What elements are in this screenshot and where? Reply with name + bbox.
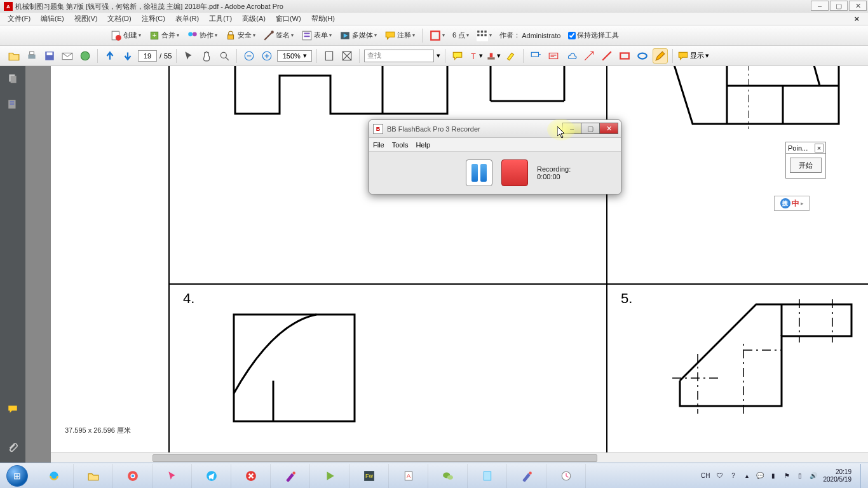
fit-page-button[interactable] — [339, 48, 355, 64]
recorder-minimize[interactable]: – — [562, 123, 581, 134]
next-page-button[interactable] — [120, 48, 135, 64]
recorder-titlebar[interactable]: B BB FlashBack Pro 3 Recorder – ▢ ✕ — [369, 120, 621, 138]
show-button[interactable]: 显示▾ — [677, 50, 709, 62]
open-button[interactable] — [6, 48, 22, 64]
zoom-in-button[interactable] — [259, 48, 275, 64]
point-panel[interactable]: Poin... × 开始 — [785, 142, 826, 179]
marquee-zoom[interactable] — [217, 48, 232, 64]
start-button[interactable]: ⊞ — [0, 463, 34, 489]
task-telegram[interactable] — [192, 464, 231, 488]
tray-network-icon[interactable]: ▯ — [796, 471, 805, 480]
attachments-panel-icon[interactable] — [6, 441, 19, 454]
task-chrome[interactable] — [113, 464, 153, 488]
menu-comments[interactable]: 注释(C) — [137, 14, 170, 24]
points-button[interactable]: 6 点▾ — [450, 30, 471, 40]
maximize-button[interactable]: ▢ — [830, 1, 848, 11]
pattern-button[interactable]: ▾ — [474, 30, 494, 41]
line-tool[interactable] — [599, 48, 614, 64]
keep-select-checkbox[interactable]: 保持选择工具 — [566, 30, 621, 40]
secure-button[interactable]: 安全▾ — [222, 30, 258, 41]
recorder-window[interactable]: B BB FlashBack Pro 3 Recorder – ▢ ✕ File… — [369, 119, 621, 194]
recorder-menu-file[interactable]: File — [373, 141, 384, 149]
minimize-button[interactable]: – — [811, 1, 829, 11]
task-ie[interactable] — [34, 464, 74, 488]
menu-help[interactable]: 帮助(H) — [306, 14, 340, 24]
text-edit-tool[interactable]: T▾ — [468, 48, 483, 64]
web-button[interactable] — [78, 48, 93, 64]
show-desktop-button[interactable] — [860, 464, 867, 488]
menu-forms[interactable]: 表单(R) — [170, 14, 204, 24]
callout-tool[interactable] — [528, 48, 543, 64]
menu-file[interactable]: 文件(F) — [3, 14, 36, 24]
comments-panel-icon[interactable] — [6, 403, 19, 416]
tray-lang[interactable]: CH — [701, 472, 710, 479]
select-tool[interactable] — [181, 48, 196, 64]
close-button[interactable]: ✕ — [849, 1, 867, 11]
collab-button[interactable]: 协作▾ — [184, 30, 220, 41]
comment-button[interactable]: 注释▾ — [382, 30, 417, 41]
multimedia-button[interactable]: 多媒体▾ — [337, 30, 379, 41]
tray-battery-icon[interactable]: ▮ — [769, 471, 778, 480]
tray-security-icon[interactable]: 🛡 — [715, 471, 725, 480]
task-app-draw2[interactable] — [507, 464, 546, 488]
menu-advanced[interactable]: 高级(A) — [237, 14, 271, 24]
tray-clock[interactable]: 20:19 2020/5/19 — [824, 468, 856, 484]
zoom-out-button[interactable] — [241, 48, 257, 64]
task-notepad[interactable] — [468, 464, 507, 488]
menu-window[interactable]: 窗口(W) — [271, 14, 306, 24]
point-panel-close[interactable]: × — [815, 144, 824, 152]
task-app-red[interactable] — [231, 464, 271, 488]
menu-document[interactable]: 文档(D) — [102, 14, 136, 24]
pencil-tool[interactable] — [653, 48, 668, 64]
task-reader[interactable]: A — [389, 464, 428, 488]
print-button[interactable] — [24, 48, 39, 64]
tray-flag-icon[interactable]: ⚑ — [782, 471, 792, 480]
pause-button[interactable] — [466, 159, 492, 186]
task-player[interactable] — [310, 464, 349, 488]
cloud-tool[interactable] — [564, 48, 579, 64]
rect-tool[interactable] — [617, 48, 632, 64]
highlight-tool[interactable] — [503, 48, 519, 64]
horizontal-scrollbar[interactable] — [51, 452, 868, 463]
find-input[interactable]: 查找 — [364, 50, 434, 62]
tray-volume-icon[interactable]: 🔊 — [809, 471, 818, 480]
task-fireworks[interactable]: Fw — [349, 464, 389, 488]
fit-width-button[interactable] — [322, 48, 337, 64]
recorder-menu-tools[interactable]: Tools — [392, 141, 409, 149]
menu-view[interactable]: 视图(V) — [69, 14, 103, 24]
stamp-tool[interactable]: ▾ — [485, 48, 501, 64]
recorder-close[interactable]: ✕ — [599, 123, 618, 134]
pages-panel-icon[interactable] — [6, 72, 19, 85]
ime-indicator[interactable]: 搜 中 ▸ — [774, 196, 810, 211]
forms-button[interactable]: 表单▾ — [299, 30, 334, 41]
recorder-maximize[interactable]: ▢ — [581, 123, 600, 134]
create-button[interactable]: 创建▾ — [108, 30, 144, 41]
tray-help-icon[interactable]: ? — [729, 471, 738, 480]
task-explorer[interactable] — [74, 464, 113, 488]
zoom-level[interactable]: 150% ▾ — [277, 50, 312, 62]
task-wechat[interactable] — [428, 464, 468, 488]
email-button[interactable] — [60, 48, 75, 64]
close-doc-button[interactable]: × — [849, 14, 864, 24]
hand-tool[interactable] — [199, 48, 214, 64]
prev-page-button[interactable] — [102, 48, 118, 64]
textbox-tool[interactable] — [546, 48, 561, 64]
bookmarks-panel-icon[interactable] — [6, 98, 19, 111]
task-app-pink[interactable] — [153, 464, 192, 488]
menu-tools[interactable]: 工具(T) — [204, 14, 237, 24]
merge-button[interactable]: + 合并▾ — [146, 30, 182, 41]
tray-chat-icon[interactable]: 💬 — [756, 471, 765, 480]
sticky-note-tool[interactable] — [450, 48, 465, 64]
stop-button[interactable] — [501, 159, 528, 186]
menu-edit[interactable]: 编辑(E) — [36, 14, 69, 24]
sign-button[interactable]: 签名▾ — [261, 30, 296, 41]
save-button[interactable] — [42, 48, 57, 64]
page-number-input[interactable] — [138, 50, 157, 62]
task-clock[interactable] — [546, 464, 586, 488]
recorder-menu-help[interactable]: Help — [416, 141, 430, 149]
oval-tool[interactable] — [635, 48, 650, 64]
point-start-button[interactable]: 开始 — [790, 158, 822, 173]
redbox-tool[interactable]: ▾ — [427, 30, 447, 41]
task-app-draw[interactable] — [271, 464, 310, 488]
tray-up-icon[interactable]: ▴ — [742, 471, 752, 480]
